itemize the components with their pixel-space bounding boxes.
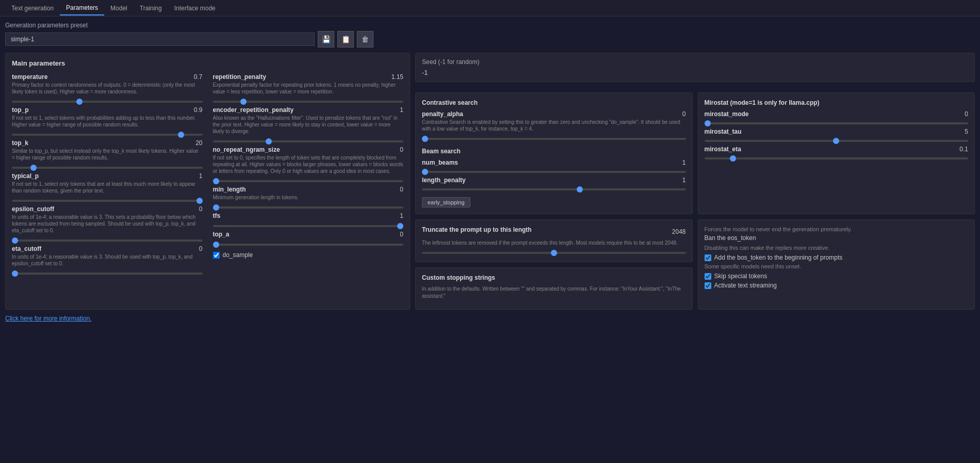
mirostat-mode-value: 0	[965, 110, 968, 118]
param-num-beams: num_beams 1	[422, 159, 686, 174]
mirostat-tau-name: mirostat_tau	[705, 128, 742, 135]
epsilon-cutoff-desc: In units of 1e-4; a reasonable value is …	[12, 214, 203, 234]
custom-stopping-desc: In addition to the defaults. Written bet…	[422, 285, 686, 300]
do-sample-label[interactable]: do_sample	[223, 251, 253, 259]
enc-rep-penalty-name: encoder_repetition_penalty	[213, 106, 294, 114]
tfs-slider[interactable]	[213, 225, 404, 227]
epsilon-cutoff-slider[interactable]	[12, 240, 203, 242]
preset-section: Generation parameters preset simple-1 💾 …	[5, 22, 975, 47]
nav-text-generation[interactable]: Text generation	[5, 2, 60, 15]
mirostat-panel: Mirostat (mode=1 is only for llama.cpp) …	[698, 92, 975, 214]
preset-label: Generation parameters preset	[5, 22, 975, 29]
mirostat-tau-slider[interactable]	[705, 140, 969, 142]
param-min-length: min_length 0 Minimum generation length i…	[213, 186, 404, 210]
activate-streaming-row: Activate text streaming	[705, 282, 969, 289]
param-epsilon-cutoff: epsilon_cutoff 0 In units of 1e-4; a rea…	[12, 205, 203, 243]
custom-stopping-title: Custom stopping strings	[422, 274, 686, 281]
nav-training[interactable]: Training	[134, 2, 168, 15]
more-info-link[interactable]: Click here for more information.	[5, 315, 975, 322]
typical-p-slider[interactable]	[12, 200, 203, 202]
add-bos-label[interactable]: Add the bos_token to the beginning of pr…	[714, 254, 843, 261]
eta-cutoff-slider[interactable]	[12, 273, 203, 275]
mirostat-tau-value: 5	[965, 128, 968, 135]
preset-select[interactable]: simple-1	[5, 33, 315, 46]
truncate-value: 2048	[672, 228, 686, 235]
do-sample-checkbox[interactable]	[213, 252, 220, 259]
rep-penalty-desc: Exponential penalty factor for repeating…	[213, 82, 404, 95]
top-nav: Text generation Parameters Model Trainin…	[0, 0, 980, 17]
top-p-value: 0.9	[194, 106, 203, 114]
skip-special-row: Skip special tokens	[705, 273, 969, 280]
preset-copy-button[interactable]: 📋	[337, 31, 354, 47]
eta-cutoff-value: 0	[199, 245, 203, 252]
min-length-slider[interactable]	[213, 206, 404, 209]
preset-delete-button[interactable]: 🗑	[357, 31, 373, 47]
mirostat-mode-slider[interactable]	[705, 122, 969, 124]
top-k-desc: Similar to top_p, but select instead onl…	[12, 148, 203, 161]
temperature-desc: Primary factor to control randomness of …	[12, 82, 203, 95]
preset-select-wrapper: simple-1 💾 📋 🗑	[5, 31, 975, 47]
mirostat-eta-name: mirostat_eta	[705, 146, 741, 153]
forces-text: Forces the model to never end the genera…	[705, 226, 969, 232]
epsilon-cutoff-name: epsilon_cutoff	[12, 205, 54, 213]
nav-interface-mode[interactable]: Interface mode	[168, 2, 222, 15]
top-a-slider[interactable]	[213, 244, 404, 246]
preset-row: Generation parameters preset simple-1 💾 …	[5, 22, 975, 47]
mirostat-mode-name: mirostat_mode	[705, 110, 749, 118]
nav-parameters[interactable]: Parameters	[60, 1, 104, 15]
num-beams-slider[interactable]	[422, 171, 686, 173]
early-stopping-button[interactable]: early_stopping	[422, 197, 470, 207]
top-p-slider[interactable]	[12, 134, 203, 136]
preset-save-button[interactable]: 💾	[318, 31, 334, 47]
top-k-slider[interactable]	[12, 167, 203, 169]
activate-streaming-label[interactable]: Activate text streaming	[714, 282, 777, 289]
add-bos-row: Add the bos_token to the beginning of pr…	[705, 254, 969, 261]
num-beams-name: num_beams	[422, 159, 458, 166]
typical-p-value: 1	[199, 172, 203, 180]
num-beams-value: 1	[682, 159, 686, 166]
mirostat-eta-slider[interactable]	[705, 157, 969, 159]
penalty-alpha-desc: Contrastive Search is enabled by setting…	[422, 119, 686, 132]
rep-penalty-slider[interactable]	[213, 101, 404, 103]
disabling-text: Disabling this can make the replies more…	[705, 245, 969, 251]
min-length-name: min_length	[213, 186, 246, 193]
top-a-value: 0	[400, 231, 403, 238]
two-col-layout: Main parameters temperature 0.7 Primary …	[5, 53, 975, 310]
param-top-k: top_k 20 Similar to top_p, but select in…	[12, 139, 203, 170]
activate-streaming-checkbox[interactable]	[705, 282, 711, 289]
penalty-alpha-name: penalty_alpha	[422, 110, 463, 118]
typical-p-desc: If not set to 1, select only tokens that…	[12, 181, 203, 194]
temperature-value: 0.7	[194, 73, 203, 81]
length-penalty-slider[interactable]	[422, 188, 686, 190]
no-repeat-ngram-value: 0	[400, 146, 403, 153]
param-eta-cutoff: eta_cutoff 0 In units of 1e-4; a reasona…	[12, 245, 203, 276]
no-repeat-ngram-slider[interactable]	[213, 180, 404, 182]
truncate-title: Truncate the prompt up to this length	[422, 226, 532, 233]
contrastive-panel: Contrastive search penalty_alpha 0 Contr…	[415, 92, 693, 214]
main-params-panel: Main parameters temperature 0.7 Primary …	[5, 53, 410, 310]
right-col: Seed (-1 for random) -1 Contrastive sear…	[415, 53, 975, 310]
penalty-alpha-value: 0	[682, 110, 686, 118]
nav-model[interactable]: Model	[104, 2, 134, 15]
eta-cutoff-name: eta_cutoff	[12, 245, 41, 252]
truncate-desc: The leftmost tokens are removed if the p…	[422, 240, 686, 246]
param-tfs: tfs 1	[213, 212, 404, 229]
enc-rep-penalty-slider[interactable]	[213, 140, 404, 142]
right-inner-row: Truncate the prompt up to this length 20…	[415, 219, 975, 310]
tfs-name: tfs	[213, 212, 221, 219]
temperature-slider[interactable]	[12, 101, 203, 103]
enc-rep-penalty-value: 1	[400, 106, 403, 114]
param-temperature: temperature 0.7 Primary factor to contro…	[12, 73, 203, 104]
enc-rep-penalty-desc: Also known as the "Hallucinations filter…	[213, 115, 404, 135]
top-k-value: 20	[195, 139, 202, 147]
specific-text: Some specific models need this unset.	[705, 263, 969, 269]
left-params-col: temperature 0.7 Primary factor to contro…	[12, 73, 203, 278]
right-params-col: repetition_penalty 1.15 Exponential pena…	[213, 73, 404, 278]
penalty-alpha-slider[interactable]	[422, 138, 686, 140]
skip-special-checkbox[interactable]	[705, 273, 711, 280]
truncate-slider[interactable]	[422, 252, 686, 254]
add-bos-checkbox[interactable]	[705, 254, 711, 261]
param-no-repeat-ngram: no_repeat_ngram_size 0 If not set to 0, …	[213, 146, 404, 184]
skip-special-label[interactable]: Skip special tokens	[714, 273, 767, 280]
length-penalty-value: 1	[682, 177, 686, 184]
